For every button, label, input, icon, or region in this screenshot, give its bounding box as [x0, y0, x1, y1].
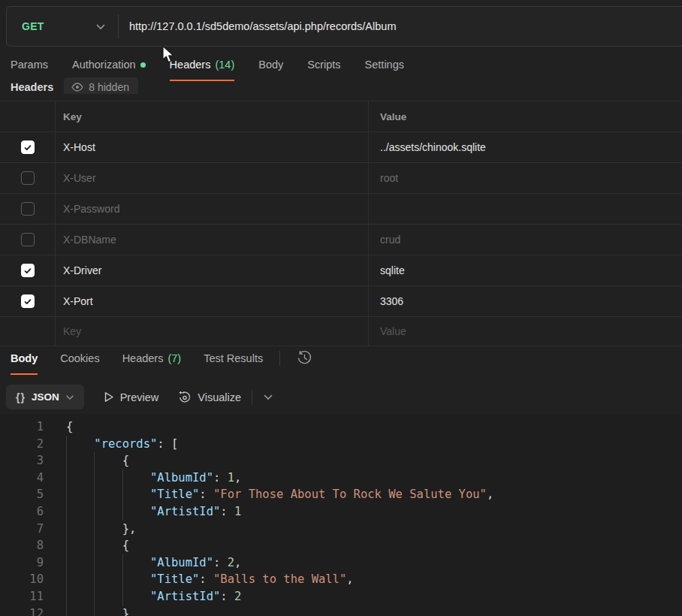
json-key: "Title" — [150, 571, 199, 588]
code-line: 8{ — [0, 537, 682, 554]
table-header-row: Key Value — [0, 101, 682, 132]
response-tab-body[interactable]: Body — [11, 351, 38, 375]
method-selector[interactable]: GET — [7, 7, 118, 46]
json-number: 1 — [228, 470, 234, 487]
url-input[interactable]: http://127.0.0.1/sd5demo/assets/api.php/… — [119, 7, 682, 46]
tab-body[interactable]: Body — [258, 57, 283, 81]
line-number: 11 — [0, 588, 44, 605]
format-selector-button[interactable]: {} JSON — [6, 385, 84, 409]
line-number: 12 — [0, 605, 44, 616]
tab-count-badge: (7) — [167, 351, 181, 366]
line-number: 1 — [0, 418, 44, 436]
indent-guide — [66, 605, 94, 616]
code-line: 11"ArtistId": 2 — [0, 588, 682, 605]
indent-guide — [66, 503, 94, 521]
response-tab-test-results[interactable]: Test Results — [204, 351, 263, 375]
json-string: "Balls to the Wall" — [213, 571, 346, 588]
header-row-x-dbname: X-DBNamecrud — [0, 225, 682, 255]
preview-button[interactable]: Preview — [104, 391, 159, 403]
api-client-window: GET http://127.0.0.1/sd5demo/assets/api.… — [0, 0, 682, 616]
checkbox-unchecked[interactable] — [21, 202, 35, 216]
fold-gutter — [44, 521, 66, 538]
code-line: 12} — [0, 605, 682, 616]
json-string: "For Those About To Rock We Salute You" — [213, 486, 487, 503]
fold-gutter — [44, 537, 66, 554]
json-punctuation: , — [346, 571, 353, 588]
header-row-x-user: X-Userroot — [0, 163, 682, 194]
line-number: 5 — [0, 486, 44, 503]
code-line: 3{ — [0, 452, 682, 470]
eye-icon — [71, 83, 83, 92]
code-line: 2"records": [ — [0, 436, 682, 453]
indent-guide — [122, 571, 150, 588]
checkbox-checked[interactable] — [21, 264, 35, 277]
indent-guide — [94, 452, 122, 470]
json-key: "AlbumId" — [150, 554, 213, 572]
tab-label: Cookies — [60, 351, 99, 366]
checkbox-unchecked[interactable] — [21, 171, 35, 185]
divider — [279, 351, 280, 366]
response-tab-headers[interactable]: Headers(7) — [122, 351, 182, 375]
header-key: X-DBName — [63, 234, 116, 246]
indent-guide — [66, 436, 94, 453]
json-key: "AlbumId" — [150, 470, 213, 487]
indent-guide — [66, 452, 94, 470]
tab-scripts[interactable]: Scripts — [307, 57, 340, 81]
fold-gutter — [44, 571, 66, 588]
line-number: 9 — [0, 554, 44, 572]
json-number: 1 — [234, 503, 241, 521]
header-row-x-password: X-Password — [0, 194, 682, 225]
tab-label: Body — [258, 57, 283, 72]
tab-headers[interactable]: Headers(14) — [170, 57, 235, 81]
code-line: 9"AlbumId": 2, — [0, 554, 682, 572]
json-punctuation: }, — [122, 521, 137, 538]
indent-guide — [122, 470, 150, 487]
line-number: 7 — [0, 521, 44, 538]
json-number: 2 — [228, 554, 234, 572]
header-row-x-host: X-Host../assets/chinook.sqlite — [0, 132, 682, 163]
json-punctuation: : — [220, 588, 234, 605]
tab-label: Authorization — [72, 57, 136, 72]
fold-gutter — [44, 418, 66, 436]
response-tab-cookies[interactable]: Cookies — [60, 351, 99, 375]
indent-guide — [66, 521, 94, 538]
response-history-icon[interactable] — [297, 350, 312, 369]
checkbox-unchecked[interactable] — [21, 233, 35, 246]
method-label: GET — [22, 20, 95, 32]
indent-guide — [94, 554, 122, 572]
hidden-headers-toggle[interactable]: 8 hidden — [64, 77, 138, 94]
code-line: 5"Title": "For Those About To Rock We Sa… — [0, 486, 682, 503]
json-punctuation: : — [213, 554, 228, 572]
line-number: 8 — [0, 537, 44, 554]
value-placeholder: Value — [380, 325, 406, 337]
tab-settings[interactable]: Settings — [365, 57, 404, 81]
value-column-header: Value — [368, 101, 682, 131]
check-icon — [23, 297, 32, 306]
header-value: crud — [380, 234, 400, 246]
fold-gutter — [44, 470, 66, 487]
response-body-json[interactable]: 1{2"records": [3{4"AlbumId": 1,5"Title":… — [0, 414, 682, 616]
status-dot-icon — [140, 62, 146, 68]
braces-icon: {} — [16, 391, 26, 403]
indent-guide — [94, 588, 122, 605]
visualize-icon — [178, 391, 192, 403]
header-value: 3306 — [380, 295, 403, 307]
json-punctuation: { — [122, 452, 129, 470]
play-icon — [104, 391, 114, 403]
checkbox-checked[interactable] — [21, 140, 35, 154]
chevron-down-icon[interactable] — [263, 394, 273, 400]
format-label: JSON — [32, 391, 59, 403]
checkbox-checked[interactable] — [21, 294, 35, 308]
header-row-x-driver: X-Driversqlite — [0, 255, 682, 286]
visualize-button[interactable]: Visualize — [178, 391, 241, 403]
json-punctuation: , — [234, 554, 241, 572]
checkbox-column-header — [0, 101, 55, 131]
fold-gutter — [44, 503, 66, 521]
response-toolbar: {} JSON Preview Visualize — [6, 385, 273, 409]
fold-gutter — [44, 554, 66, 572]
check-icon — [23, 267, 32, 275]
key-placeholder: Key — [63, 325, 81, 337]
hidden-headers-label: 8 hidden — [89, 80, 129, 94]
json-number: 2 — [234, 588, 241, 605]
json-punctuation: : — [199, 486, 213, 503]
